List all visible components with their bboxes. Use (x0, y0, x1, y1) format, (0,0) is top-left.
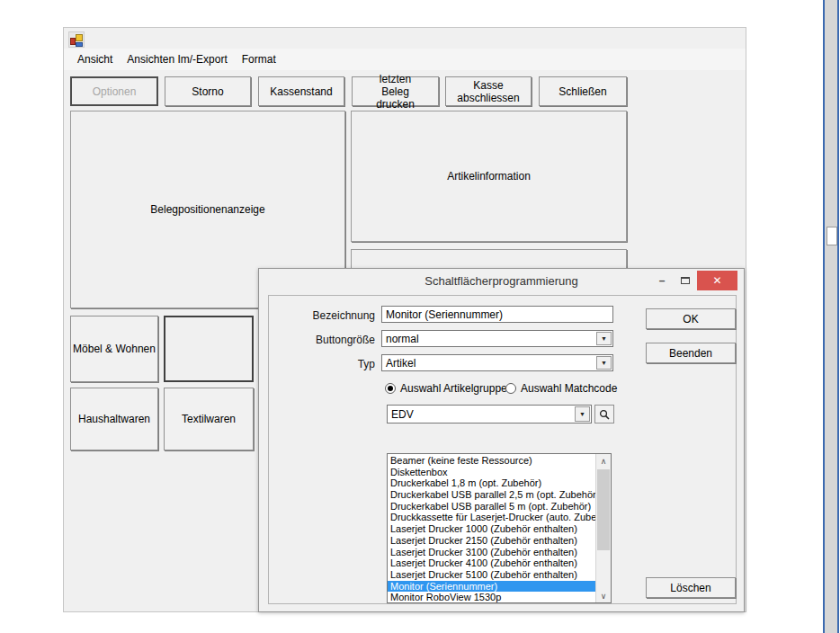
schaltflaechen-dialog: Schaltflächerprogrammierung – ✕ Bezeichn… (258, 268, 745, 612)
list-item[interactable]: Laserjet Drucker 1000 (Zubehör enthalten… (388, 523, 595, 535)
app-icon (68, 31, 85, 48)
typ-value: Artikel (382, 356, 595, 370)
loeschen-button[interactable]: Löschen (646, 577, 736, 598)
search-button[interactable] (594, 405, 614, 423)
dialog-caption-controls: – ✕ (650, 271, 737, 290)
schliessen-button[interactable]: Schließen (539, 76, 627, 106)
app-icon-square-blue (76, 42, 83, 47)
typ-select[interactable]: Artikel ▼ (381, 354, 613, 371)
typ-label: Typ (276, 358, 375, 370)
textilwaren-button[interactable]: Textilwaren (164, 388, 254, 450)
empty-programmable-button[interactable] (164, 316, 254, 382)
scrollbar[interactable]: ∧ ∨ (595, 454, 611, 602)
menu-ansicht[interactable]: Ansicht (70, 49, 120, 69)
right-window-edge (823, 0, 839, 633)
artikelgruppe-select[interactable]: EDV ▼ (387, 405, 592, 423)
list-item[interactable]: Diskettenbox (388, 467, 595, 478)
artikelinformation-label: Artikelinformation (447, 170, 531, 183)
moebel-wohnen-button[interactable]: Möbel & Wohnen (70, 316, 158, 382)
list-item[interactable]: Druckerkabel USB parallel 5 m (opt. Zube… (388, 501, 595, 513)
close-icon[interactable]: ✕ (697, 271, 737, 290)
storno-button[interactable]: Storno (165, 76, 251, 106)
list-item[interactable]: Druckerkabel 1,8 m (opt. Zubehör) (388, 477, 595, 489)
bezeichnung-label: Bezeichnung (276, 309, 375, 322)
scroll-up-icon[interactable]: ∧ (596, 454, 611, 468)
kasse-abschliessen-button[interactable]: Kasse abschliessen (445, 76, 532, 106)
scroll-down-icon[interactable]: ∨ (596, 589, 611, 602)
menu-format[interactable]: Format (235, 49, 283, 69)
ok-button[interactable]: OK (646, 308, 736, 329)
radio-auswahl-matchcode[interactable]: Auswahl Matchcode (505, 382, 617, 395)
chevron-down-icon[interactable]: ▼ (596, 332, 612, 345)
maximize-glyph (681, 277, 690, 284)
buttongroesse-value: normal (382, 332, 595, 346)
maximize-icon[interactable] (674, 271, 697, 290)
minimize-icon[interactable]: – (650, 271, 674, 290)
menu-bar: Ansicht Ansichten Im/-Export Format (64, 49, 746, 70)
belegpositionen-label: Belegpositionenanzeige (150, 203, 264, 216)
radio-matchcode-label: Auswahl Matchcode (521, 382, 617, 395)
artikel-list-items: Beamer (keine feste Ressource) Disketten… (388, 454, 595, 602)
list-item[interactable]: Beamer (keine feste Ressource) (388, 455, 595, 467)
radio-icon (505, 383, 516, 394)
radio-auswahl-artikelgruppe[interactable]: Auswahl Artikelgruppe (385, 382, 507, 395)
menu-ansichten-im-export[interactable]: Ansichten Im/-Export (120, 49, 234, 69)
letzten-beleg-drucken-button[interactable]: letzten Beleg drucken (352, 76, 439, 106)
right-edge-grip (827, 227, 837, 245)
beenden-button[interactable]: Beenden (646, 343, 736, 363)
dialog-content-frame: Bezeichnung Monitor (Seriennummer) Butto… (268, 295, 737, 604)
chevron-down-icon[interactable]: ▼ (596, 356, 612, 370)
kassenstand-button[interactable]: Kassenstand (258, 76, 344, 106)
radio-icon (385, 383, 396, 394)
radio-artikelgruppe-label: Auswahl Artikelgruppe (400, 382, 507, 395)
artikelinformation-panel: Artikelinformation (351, 111, 627, 242)
scrollbar-thumb[interactable] (597, 469, 610, 550)
list-item[interactable]: Laserjet Drucker 3100 (Zubehör enthalten… (388, 547, 595, 558)
list-item[interactable]: Laserjet Drucker 2150 (Zubehör enthalten… (388, 535, 595, 547)
list-item[interactable]: Druckerkabel USB parallel 2,5 m (opt. Zu… (388, 489, 595, 501)
app-icon-square-yellow (76, 34, 83, 41)
search-icon (599, 409, 610, 420)
list-item-selected[interactable]: Monitor (Seriennummer) (388, 581, 595, 593)
list-item[interactable]: Laserjet Drucker 4100 (Zubehör enthalten… (388, 557, 595, 569)
bezeichnung-input[interactable]: Monitor (Seriennummer) (381, 306, 613, 323)
artikelgruppe-value: EDV (388, 407, 574, 422)
optionen-button: Optionen (70, 76, 158, 106)
list-item[interactable]: Laserjet Drucker 5100 (Zubehör enthalten… (388, 569, 595, 581)
chevron-down-icon[interactable]: ▼ (575, 406, 590, 422)
buttongroesse-label: Buttongröße (276, 334, 375, 346)
list-item[interactable]: Druckkassette für Laserjet-Drucker (auto… (388, 512, 595, 523)
haushaltwaren-button[interactable]: Haushaltwaren (70, 388, 158, 450)
list-item[interactable]: Monitor RoboView 1530p (388, 592, 595, 602)
artikel-listbox[interactable]: Beamer (keine feste Ressource) Disketten… (387, 453, 612, 603)
buttongroesse-select[interactable]: normal ▼ (381, 330, 613, 347)
